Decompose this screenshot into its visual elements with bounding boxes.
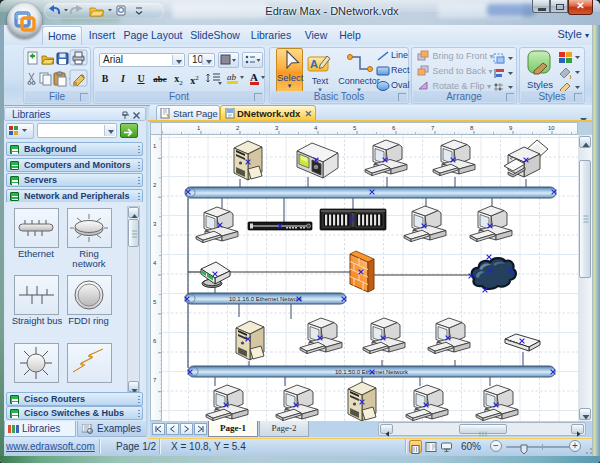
svg-text:10.1.16.0 Ethernet Network: 10.1.16.0 Ethernet Network (229, 296, 303, 302)
svg-text:2: 2 (236, 125, 240, 131)
svg-text:6: 6 (392, 125, 396, 131)
svg-text:7: 7 (153, 377, 157, 383)
svg-text:4: 4 (314, 125, 318, 131)
svg-text:1: 1 (197, 125, 201, 131)
svg-text:8: 8 (470, 125, 474, 131)
svg-text:2: 2 (153, 182, 157, 188)
svg-text:9: 9 (509, 125, 513, 131)
svg-text:A: A (310, 58, 318, 70)
svg-text:3: 3 (153, 221, 157, 227)
svg-text:3: 3 (275, 125, 279, 131)
svg-text:10: 10 (548, 125, 555, 131)
svg-text:1: 1 (153, 143, 157, 149)
svg-text:5: 5 (353, 125, 357, 131)
svg-text:6: 6 (153, 338, 157, 344)
svg-text:7: 7 (431, 125, 435, 131)
svg-text:4: 4 (153, 260, 157, 266)
svg-text:A: A (250, 71, 258, 83)
svg-text:ab: ab (227, 72, 237, 82)
svg-text:5: 5 (153, 299, 157, 305)
